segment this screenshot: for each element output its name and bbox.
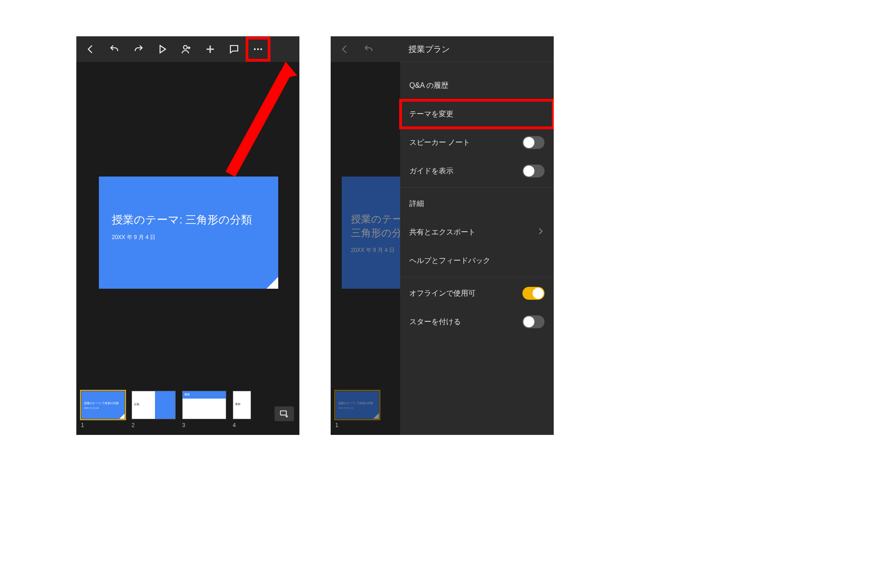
undo-button[interactable]: [104, 39, 125, 60]
slide-date: 20XX 年 9 月 4 日: [112, 234, 265, 241]
add-button[interactable]: [200, 39, 221, 60]
menu-item-label: スターを付ける: [409, 317, 461, 327]
svg-rect-11: [281, 411, 287, 415]
thumbnail-strip: 授業のテーマ: 三角形の分類 20XX 年 9 月 4 日 1 定義 2 概要: [76, 387, 299, 435]
menu-item-qa-history[interactable]: Q&A の履歴: [400, 71, 554, 100]
thumbnail-3-number: 3: [182, 422, 226, 428]
thumbnail-1[interactable]: 授業のテーマ: 三角形の分類 20XX 年 9 月 4 日 1: [335, 391, 379, 428]
menu-item-label: ヘルプとフィードバック: [409, 256, 490, 266]
comment-button[interactable]: [224, 39, 245, 60]
back-button[interactable]: [80, 39, 101, 60]
menu-item-star[interactable]: スターを付ける: [400, 308, 554, 336]
menu-title: 授業プラン: [400, 36, 554, 62]
overflow-menu: 授業プラン Q&A の履歴 テーマを変更 スピーカー ノート ガイドを表示 詳細: [400, 36, 554, 435]
thumbnail-4-number: 4: [233, 422, 251, 428]
thumbnail-1-number: 1: [81, 422, 125, 428]
slide-canvas[interactable]: 授業のテーマ: 三角形の分類 20XX 年 9 月 4 日: [76, 62, 299, 387]
menu-item-label: 共有とエクスポート: [409, 228, 476, 237]
add-slide-button[interactable]: [275, 406, 294, 421]
menu-item-label: テーマを変更: [409, 109, 453, 119]
thumbnail-4-label: 素材: [235, 402, 241, 406]
toggle-speaker-notes[interactable]: [522, 136, 545, 149]
thumbnail-3-label: 概要: [184, 393, 190, 397]
chevron-right-icon: [536, 227, 545, 237]
menu-item-share-export[interactable]: 共有とエクスポート: [400, 218, 554, 246]
svg-point-8: [260, 48, 262, 50]
menu-item-label: Q&A の履歴: [409, 81, 448, 91]
thumbnail-3[interactable]: 概要 3: [182, 391, 226, 428]
thumbnail-1-date: 20XX 年 9 月 4 日: [84, 407, 99, 409]
thumbnail-1[interactable]: 授業のテーマ: 三角形の分類 20XX 年 9 月 4 日 1: [81, 391, 125, 428]
thumbnail-1-title: 授業のテーマ: 三角形の分類: [338, 401, 373, 405]
share-person-button[interactable]: [176, 39, 197, 60]
menu-item-speaker-notes[interactable]: スピーカー ノート: [400, 128, 554, 157]
current-slide[interactable]: 授業のテーマ: 三角形の分類 20XX 年 9 月 4 日: [99, 177, 278, 289]
more-button[interactable]: [247, 39, 269, 60]
thumbnail-2-label: 定義: [134, 402, 139, 406]
screenshot-left: 授業のテーマ: 三角形の分類 20XX 年 9 月 4 日 授業のテーマ: 三角…: [76, 36, 299, 435]
thumbnail-1-number: 1: [335, 422, 379, 428]
menu-item-label: スピーカー ノート: [409, 138, 470, 148]
svg-point-6: [254, 48, 256, 50]
thumbnail-4[interactable]: 素材 4: [233, 391, 251, 428]
back-button[interactable]: [334, 39, 355, 60]
menu-item-help-feedback[interactable]: ヘルプとフィードバック: [400, 246, 554, 275]
slide-corner-fold: [266, 277, 278, 289]
menu-item-label: ガイドを表示: [409, 166, 453, 176]
thumbnail-2-number: 2: [132, 422, 176, 428]
thumbnail-1-title: 授業のテーマ: 三角形の分類: [84, 401, 119, 405]
toggle-offline[interactable]: [522, 287, 545, 300]
toggle-show-guides[interactable]: [522, 165, 545, 177]
undo-button[interactable]: [358, 39, 379, 60]
toggle-star[interactable]: [522, 315, 545, 328]
toolbar: [76, 36, 299, 62]
thumbnail-1-date: 20XX 年 9 月 4 日: [338, 407, 353, 409]
thumbnail-2[interactable]: 定義 2: [132, 391, 176, 428]
menu-item-offline[interactable]: オフラインで使用可: [400, 279, 554, 308]
svg-point-1: [183, 46, 187, 49]
menu-item-show-guides[interactable]: ガイドを表示: [400, 157, 554, 185]
svg-marker-0: [160, 46, 166, 53]
menu-item-details[interactable]: 詳細: [400, 189, 554, 218]
svg-point-7: [257, 48, 259, 50]
menu-item-label: オフラインで使用可: [409, 289, 476, 298]
redo-button[interactable]: [128, 39, 149, 60]
menu-item-change-theme[interactable]: テーマを変更: [400, 100, 554, 128]
slide-title: 授業のテーマ: 三角形の分類: [112, 212, 265, 227]
menu-item-label: 詳細: [409, 199, 424, 209]
screenshot-right: 授業のテーマ: 三角形の分類 20XX 年 9 月 4 日 授業のテーマ: 三角…: [331, 36, 554, 435]
present-button[interactable]: [152, 39, 173, 60]
